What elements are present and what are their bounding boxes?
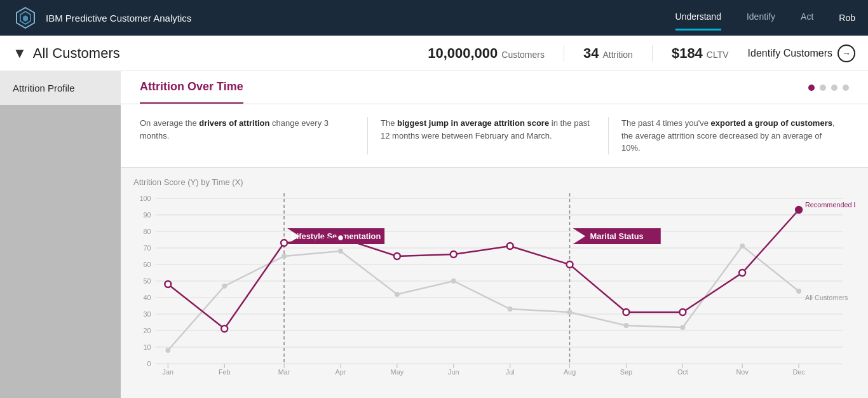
svg-point-64 — [680, 325, 685, 330]
arrow-circle-icon: → — [837, 45, 855, 62]
attrition-value: 34 — [583, 45, 599, 62]
svg-point-77 — [739, 270, 745, 276]
svg-point-63 — [623, 323, 628, 328]
insight-panels: On average the drivers of attrition chan… — [121, 104, 868, 168]
svg-text:Oct: Oct — [677, 367, 688, 375]
cltv-value: $184 — [672, 45, 703, 62]
svg-point-58 — [338, 249, 343, 254]
sidebar-item-attrition-profile[interactable]: Attrition Profile — [0, 71, 121, 105]
dot-4[interactable] — [843, 85, 849, 91]
dot-3[interactable] — [831, 85, 837, 91]
svg-point-74 — [567, 261, 573, 268]
svg-text:10: 10 — [144, 343, 151, 350]
svg-text:Nov: Nov — [736, 367, 749, 375]
main-nav: Understand Identify Act — [675, 11, 814, 24]
svg-text:Jul: Jul — [506, 367, 515, 375]
dropdown-toggle[interactable]: ▼ — [13, 45, 27, 62]
svg-text:May: May — [391, 367, 404, 375]
main-layout: Attrition Profile Attrition Over Time On… — [0, 71, 868, 398]
app-logo — [13, 5, 38, 31]
sub-header: ▼ All Customers 10,000,000 Customers 34 … — [0, 36, 868, 71]
svg-text:30: 30 — [144, 310, 151, 317]
tab-title[interactable]: Attrition Over Time — [140, 71, 243, 104]
svg-point-72 — [451, 251, 457, 257]
app-header: IBM Predictive Customer Analytics Unders… — [0, 0, 868, 36]
svg-point-68 — [221, 326, 227, 332]
svg-text:Recommended List: Recommended List — [805, 200, 855, 208]
svg-point-75 — [623, 309, 630, 315]
svg-text:Marital Status: Marital Status — [590, 231, 644, 240]
customers-value: 10,000,000 — [428, 45, 498, 62]
svg-point-69 — [281, 240, 287, 246]
svg-text:90: 90 — [144, 210, 151, 218]
svg-point-55 — [165, 348, 170, 353]
dot-navigation — [808, 85, 849, 91]
svg-point-61 — [508, 306, 513, 312]
svg-point-78 — [796, 207, 802, 213]
svg-text:0: 0 — [147, 359, 151, 367]
chart-container: 100 90 80 70 60 50 40 30 20 10 0 — [133, 193, 855, 378]
svg-text:Jan: Jan — [163, 367, 174, 375]
dot-1[interactable] — [808, 85, 815, 91]
svg-point-60 — [451, 278, 456, 284]
svg-text:Sep: Sep — [620, 367, 632, 375]
marital-status-tag: Marital Status — [573, 228, 660, 244]
svg-point-59 — [395, 292, 400, 297]
svg-text:70: 70 — [144, 244, 151, 251]
svg-point-62 — [567, 310, 573, 315]
attrition-label: Attrition — [602, 50, 632, 60]
svg-text:Lifestyle Segmentation: Lifestyle Segmentation — [292, 231, 381, 240]
nav-act[interactable]: Act — [801, 11, 813, 24]
segment-title: All Customers — [33, 45, 409, 62]
svg-point-70 — [337, 235, 344, 241]
chart-svg: 100 90 80 70 60 50 40 30 20 10 0 — [133, 193, 855, 378]
svg-text:40: 40 — [144, 293, 151, 301]
svg-point-66 — [796, 289, 801, 294]
svg-point-71 — [394, 253, 400, 259]
content-area: Attrition Over Time On average the drive… — [121, 71, 868, 398]
nav-identify[interactable]: Identify — [747, 11, 775, 24]
svg-marker-2 — [23, 15, 28, 22]
svg-point-67 — [165, 281, 171, 287]
user-name[interactable]: Rob — [839, 13, 855, 23]
svg-text:20: 20 — [144, 326, 151, 334]
svg-text:100: 100 — [140, 194, 151, 202]
svg-text:60: 60 — [144, 260, 151, 268]
svg-point-76 — [679, 309, 686, 315]
stat-group: 10,000,000 Customers 34 Attrition $184 C… — [409, 45, 747, 62]
svg-text:80: 80 — [144, 227, 151, 235]
sidebar: Attrition Profile — [0, 71, 121, 398]
stat-cltv: $184 CLTV — [653, 45, 748, 62]
nav-understand[interactable]: Understand — [675, 11, 721, 24]
cltv-label: CLTV — [707, 50, 729, 60]
svg-text:50: 50 — [144, 277, 151, 284]
svg-text:Jun: Jun — [448, 367, 459, 375]
identify-customers-button[interactable]: Identify Customers → — [748, 45, 855, 62]
svg-text:Mar: Mar — [278, 367, 290, 375]
tab-header: Attrition Over Time — [121, 71, 868, 104]
svg-text:Dec: Dec — [792, 367, 805, 375]
insight-panel-3: The past 4 times you've exported a group… — [609, 117, 849, 154]
insight-panel-2: The biggest jump in average attrition sc… — [368, 117, 609, 154]
app-title: IBM Predictive Customer Analytics — [46, 13, 675, 24]
customers-label: Customers — [501, 50, 545, 60]
svg-point-65 — [740, 244, 745, 249]
svg-point-73 — [507, 243, 513, 249]
svg-text:Apr: Apr — [336, 367, 346, 375]
svg-point-57 — [281, 254, 287, 259]
chart-area: Attrition Score (Y) by Time (X) 100 90 8… — [121, 168, 868, 384]
dot-2[interactable] — [820, 85, 826, 91]
stat-customers: 10,000,000 Customers — [409, 45, 564, 62]
svg-text:Aug: Aug — [564, 367, 576, 375]
svg-text:Feb: Feb — [219, 367, 231, 375]
chart-title: Attrition Score (Y) by Time (X) — [133, 177, 855, 187]
stat-attrition: 34 Attrition — [564, 45, 653, 62]
insight-panel-1: On average the drivers of attrition chan… — [140, 117, 368, 154]
svg-text:All Customers: All Customers — [805, 293, 848, 301]
svg-point-56 — [222, 284, 227, 289]
identify-label: Identify Customers — [748, 48, 832, 59]
